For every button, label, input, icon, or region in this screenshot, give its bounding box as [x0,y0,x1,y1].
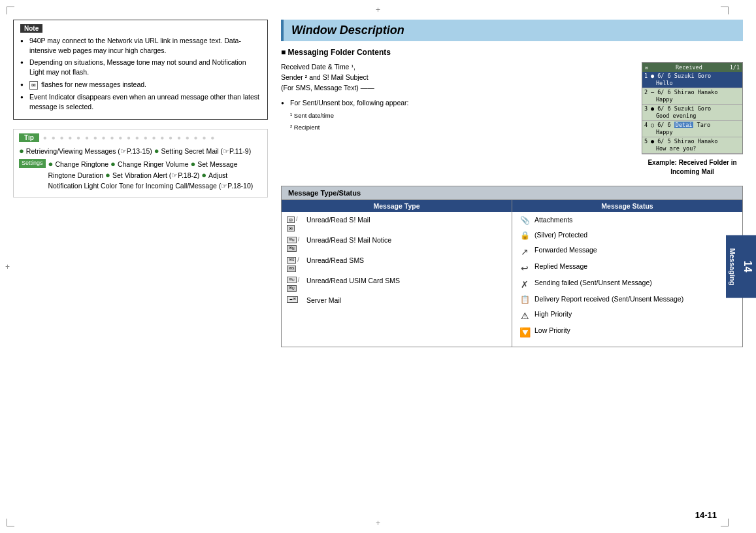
msg-col-type: Message Type ✉ / ✉ Unread/Read S! Mail [282,200,512,347]
phone-row-3: 3● 6/ 6 Suzuki Goro Good evening [642,105,742,121]
msg-status-row-8: 🔽 Low Priority [518,326,737,338]
unread-smail-notice-icon: ✉N [287,237,297,243]
high-priority-label: High Priority [534,310,572,319]
msg-type-row-2: ✉N / ✉N Unread/Read S! Mail Notice [287,236,506,252]
low-priority-icon: 🔽 [518,326,532,338]
msg-col-status-header: Message Status [512,200,742,212]
msg-status-row-3: ↗ Forwarded Message [518,246,737,258]
folder-description: Received Date & Time ¹, Sender ² and S! … [281,62,635,177]
tip-header-row: Tip ● ● ● ● ● ● ● ● ● ● ● ● ● ● ● ● ● ● … [19,133,262,142]
window-description-header: Window Description [281,20,743,41]
phone-header-label: Received [676,64,702,71]
right-column: Window Description Messaging Folder Cont… [281,20,743,513]
note-item-3: ✉ flashes for new messages instead. [20,80,261,90]
read-sms-icon: ✉S [287,266,296,272]
note-list: 940P may connect to the Network via URL … [20,36,261,111]
bullet-icon-5: ● [105,170,110,180]
corner-bl [7,519,14,526]
smail-notice-icon: ✉N / ✉N [287,236,306,252]
tip-content: ● Retrieving/Viewing Messages (☞P.13-15)… [19,146,262,191]
phone-row-5: 5● 6/ 5 Shirao Hanako How are you? [642,137,742,154]
sent-note-2: ² Recipient [281,123,635,132]
tip-dots: ● ● ● ● ● ● ● ● ● ● ● ● ● ● ● ● ● ● ● ● … [43,134,216,141]
section-title: Messaging Folder Contents [281,48,743,57]
note-item-2: Depending on situations, Message tone ma… [20,58,261,77]
center-cross-top: + [376,5,380,14]
note-box: Note 940P may connect to the Network via… [13,20,268,120]
phone-mockup: ✉ Received 1/1 1● 6/ 6 Suzuki Goro Hello… [642,62,743,177]
msg-table-cols: Message Type ✉ / ✉ Unread/Read S! Mail [282,200,742,347]
msg-status-row-5: ✗ Sending failed (Sent/Unsent Message) [518,279,737,290]
server-mail-icon: ☁✉ [287,296,306,303]
protected-icon: 🔒 [518,231,532,241]
msg-table-header: Message Type/Status [282,186,742,200]
phone-example-label: Example: Received Folder in Incoming Mai… [642,158,743,177]
tip-box: Tip ● ● ● ● ● ● ● ● ● ● ● ● ● ● ● ● ● ● … [13,129,268,198]
desc-received-date: Received Date & Time ¹, Sender ² and S! … [281,62,635,93]
msg-type-row-1: ✉ / ✉ Unread/Read S! Mail [287,216,506,232]
bullet-icon-1: ● [19,146,24,156]
msg-type-row-4: ✉U / ✉U Unread/Read USIM Card SMS [287,277,506,292]
bullet-icon-3: ● [110,159,116,169]
msg-type-row-5: ☁✉ Server Mail [287,296,506,305]
forwarded-icon: ↗ [518,246,532,258]
msg-status-row-7: ⚠ High Priority [518,310,737,322]
tip-line-1: ● Retrieving/Viewing Messages (☞P.13-15)… [19,146,262,157]
tip-line-settings: Settings ●Change Ringtone ●Change Ringer… [19,159,262,191]
corner-br [721,519,729,526]
center-cross-bottom: + [376,519,380,528]
settings-badge: Settings [19,159,46,168]
sending-failed-icon: ✗ [518,279,532,290]
delivery-report-icon: 📋 [518,295,532,305]
page-number: 14-11 [695,510,717,520]
read-smail-notice-icon: ✉N [287,245,297,252]
phone-header-page: 1/1 [730,64,740,71]
bullet-icon-6: ● [201,170,206,180]
unread-smail-icon: ✉ [287,216,295,223]
msg-status-row-6: 📋 Delivery Report received (Sent/Unsent … [518,295,737,305]
center-cross-left: + [5,262,10,271]
folder-section: Received Date & Time ¹, Sender ² and S! … [281,62,743,177]
read-smail-icon: ✉ [287,225,295,232]
high-priority-icon: ⚠ [518,310,532,322]
usim-sms-icon: ✉U / ✉U [287,277,306,292]
message-type-status-section: Message Type/Status Message Type ✉ / ✉ U… [281,186,743,347]
msg-status-row-1: 📎 Attachments [518,216,737,226]
msg-col-status: Message Status 📎 Attachments 🔒 (Silver) … [512,200,742,347]
flash-icon: ✉ [29,81,38,90]
unread-usim-icon: ✉U [287,277,297,283]
read-usim-icon: ✉U [287,285,297,292]
sms-icon: ✉S / ✉S [287,256,306,272]
unread-sms-icon: ✉S [287,257,296,264]
note-header: Note [20,24,42,33]
phone-row-1: 1● 6/ 6 Suzuki Goro Hello [642,72,742,88]
msg-type-row-3: ✉S / ✉S Unread/Read SMS [287,256,506,272]
phone-screen: ✉ Received 1/1 1● 6/ 6 Suzuki Goro Hello… [642,62,743,154]
msg-status-row-2: 🔒 (Silver) Protected [518,231,737,241]
corner-tl [7,7,14,14]
attachments-icon: 📎 [518,216,532,226]
replied-icon: ↩ [518,262,532,274]
side-tab-label: Messaging [729,248,736,285]
msg-status-row-4: ↩ Replied Message [518,262,737,274]
server-mail-envelope-icon: ☁✉ [287,296,298,303]
tip-badge: Tip [19,133,39,142]
note-item-4: Event Indicator disappears even when an … [20,92,261,111]
bullet-icon-2: ● [48,159,54,169]
side-tab-number: 14 [742,261,753,273]
phone-header-icon: ✉ [645,64,648,71]
for-sent-label: For Sent/Unsent box, following appear: [281,98,635,109]
msg-col-type-header: Message Type [282,200,512,212]
note-item-1: 940P may connect to the Network via URL … [20,36,261,55]
corner-tr [721,7,729,14]
sent-note-1: ¹ Sent date/time [281,111,635,120]
side-tab: 14 Messaging [726,235,756,298]
smail-icon: ✉ / ✉ [287,216,306,232]
bullet-icon-4: ● [190,159,195,169]
left-column: Note 940P may connect to the Network via… [13,20,268,513]
phone-screen-header: ✉ Received 1/1 [642,63,742,72]
phone-row-2: 2— 6/ 6 Shirao Hanako Happy [642,88,742,105]
phone-row-4: 4○ 6/ 6 Detai Taro Happy [642,121,742,137]
for-sent-box: For Sent/Unsent box, following appear: ¹… [281,98,635,132]
